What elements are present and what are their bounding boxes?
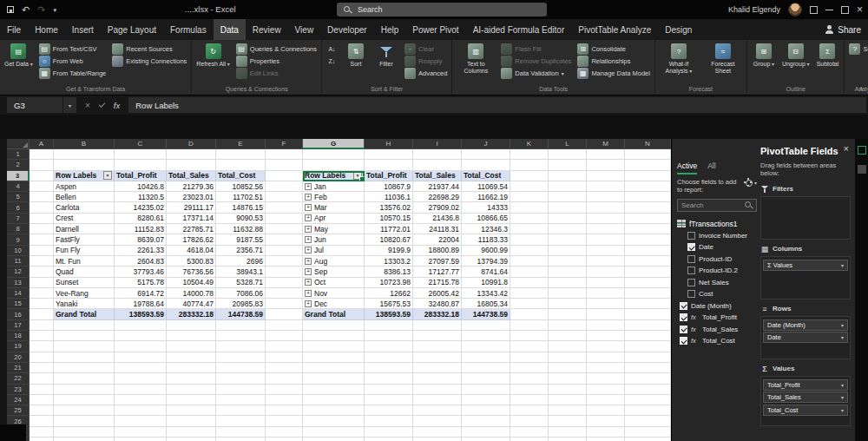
cell[interactable] [510,299,549,309]
cell[interactable] [216,373,266,384]
cell[interactable] [413,320,462,331]
cell-C4[interactable]: 10426.8 [115,181,167,192]
text-to-columns-button[interactable]: ▥Text to Columns [455,42,496,75]
cell[interactable] [625,267,671,277]
cell[interactable] [510,352,549,363]
tools-gear-button[interactable]: ▾ [744,178,757,194]
cell-E12[interactable]: 38943.1 [216,267,266,277]
cell[interactable] [510,224,549,234]
cell[interactable] [413,341,462,352]
cell[interactable] [549,202,587,213]
cell-B6[interactable]: Carlota [54,202,115,213]
col-header-C[interactable]: C [115,139,167,149]
close-icon[interactable]: × [857,3,863,16]
cell-B4[interactable]: Aspen [54,181,115,192]
cell-C12[interactable]: 37793.46 [115,267,167,277]
cell[interactable] [266,373,303,384]
cell[interactable] [266,438,303,441]
cell-C3[interactable]: Total_Profit [115,171,167,181]
cell-B13[interactable]: Sunset [54,278,115,288]
cell-I14[interactable]: 26005.42 [413,288,462,299]
cell[interactable] [216,149,266,160]
field-table-row[interactable]: fTransactions1 [677,218,757,230]
col-header-N[interactable]: N [625,139,671,149]
cell[interactable] [167,395,216,405]
tab-formulas[interactable]: Formulas [163,19,214,40]
cell[interactable] [266,149,303,160]
cell[interactable] [266,246,303,256]
cell[interactable] [510,363,549,373]
cell[interactable] [30,214,54,224]
formula-input[interactable]: Row Labels [128,97,866,113]
cell[interactable] [587,438,625,441]
cell[interactable] [167,405,216,416]
row-header-13[interactable]: 13 [7,278,30,288]
cell-E15[interactable]: 20985.83 [216,299,266,309]
cell[interactable] [510,427,549,438]
cell[interactable] [587,246,625,256]
user-name[interactable]: Khalid Elgendy [728,5,780,14]
cell[interactable] [587,395,625,405]
cell[interactable] [266,395,303,405]
cell[interactable] [365,160,413,170]
expand-icon[interactable]: + [305,268,312,275]
existing-connections-button[interactable]: Existing Connections [110,56,188,67]
share-button[interactable]: Share [825,19,861,40]
row-header-15[interactable]: 15 [7,299,30,309]
expand-icon[interactable]: + [305,290,312,297]
cell[interactable] [115,395,167,405]
cell-I5[interactable]: 22698.29 [413,192,462,202]
row-header-6[interactable]: 6 [7,202,30,213]
pane-close-icon[interactable]: × [844,143,849,154]
cell-D12[interactable]: 76736.56 [167,267,216,277]
expand-icon[interactable]: + [305,226,312,233]
cell-E7[interactable]: 9090.53 [216,214,266,224]
cell[interactable] [510,246,549,256]
col-header-B[interactable]: B [54,139,115,149]
cell[interactable] [365,373,413,384]
cell[interactable] [549,385,587,395]
cell[interactable] [303,160,365,170]
cell[interactable] [365,385,413,395]
row-header-8[interactable]: 8 [7,224,30,234]
addin-icon[interactable] [858,146,866,155]
cell[interactable] [167,416,216,426]
cell-G6[interactable]: +Mar [303,202,365,213]
checkbox-total-sales[interactable] [680,326,687,333]
cell-J3[interactable]: Total_Cost [462,171,510,181]
cell[interactable] [549,363,587,373]
cell[interactable] [54,320,115,331]
cell[interactable] [30,234,54,245]
cell[interactable] [365,352,413,363]
row-header-20[interactable]: 20 [7,352,30,363]
cell-C8[interactable]: 11152.83 [115,224,167,234]
cell[interactable] [115,352,167,363]
cell[interactable] [462,320,510,331]
cell[interactable] [413,373,462,384]
cell[interactable] [30,288,54,299]
cell[interactable] [216,385,266,395]
cell[interactable] [587,341,625,352]
cell-G12[interactable]: +Sep [303,267,365,277]
cell[interactable] [625,395,671,405]
field-item-product-id-2[interactable]: Product-ID.2 [677,265,757,277]
field-item-invoice-number[interactable]: Invoice Number [677,230,757,242]
cell-B14[interactable]: Vee-Rang [54,288,115,299]
cell[interactable] [303,149,365,160]
cell-I7[interactable]: 21436.8 [413,214,462,224]
cell-D4[interactable]: 21279.36 [167,181,216,192]
cell-J10[interactable]: 9600.99 [462,246,510,256]
area-box-values[interactable]: Total_Profit▾Total_Sales▾Total_Cost▾ [760,376,851,426]
cell-B3[interactable]: Row Labels▼ [54,171,115,181]
cell[interactable] [625,171,671,181]
cell[interactable] [549,181,587,192]
cell[interactable] [167,373,216,384]
area-pill-total-cost[interactable]: Total_Cost▾ [763,405,848,416]
from-table-range-button[interactable]: ▦From Table/Range [37,68,108,79]
cell[interactable] [462,331,510,341]
tab-power-pivot[interactable]: Power Pivot [405,19,465,40]
cell[interactable] [625,214,671,224]
cell[interactable] [266,331,303,341]
cell[interactable] [625,299,671,309]
tab-home[interactable]: Home [28,19,65,40]
